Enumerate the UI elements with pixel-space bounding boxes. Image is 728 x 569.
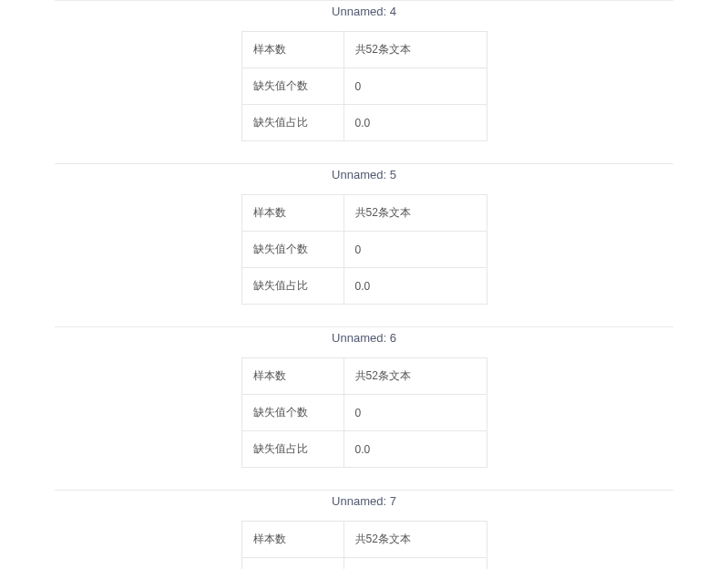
table-row: 样本数 共52条文本 (241, 195, 487, 232)
table-row: 缺失值占比 0.0 (241, 431, 487, 468)
stat-value: 0 (343, 232, 487, 268)
stat-value: 0 (343, 68, 487, 105)
table-row: 样本数 共52条文本 (241, 358, 487, 395)
stat-label: 缺失值占比 (241, 268, 343, 305)
stat-value: 共52条文本 (343, 195, 487, 232)
section-title: Unnamed: 7 (55, 491, 673, 521)
stat-value: 共52条文本 (343, 32, 487, 68)
section-body: 样本数 共52条文本 缺失值个数 0 缺失值占比 0.0 (55, 357, 673, 482)
stat-label: 样本数 (241, 32, 343, 68)
table-row: 样本数 共52条文本 (241, 522, 487, 558)
stat-label: 缺失值个数 (241, 558, 343, 570)
stat-label: 缺失值个数 (241, 68, 343, 105)
stat-label: 样本数 (241, 195, 343, 232)
stat-value: 0.0 (343, 268, 487, 305)
stat-label: 缺失值占比 (241, 105, 343, 141)
section-body: 样本数 共52条文本 缺失值个数 0 缺失值占比 0.0 (55, 31, 673, 156)
table-row: 缺失值占比 0.0 (241, 105, 487, 141)
stat-value: 0 (343, 558, 487, 570)
stat-label: 缺失值个数 (241, 395, 343, 431)
section-title: Unnamed: 6 (55, 327, 673, 357)
table-row: 缺失值个数 0 (241, 395, 487, 431)
stat-value: 0 (343, 395, 487, 431)
stats-table: 样本数 共52条文本 缺失值个数 0 缺失值占比 0.0 (241, 357, 487, 468)
stats-table: 样本数 共52条文本 缺失值个数 0 缺失值占比 0.0 (241, 521, 487, 569)
table-row: 样本数 共52条文本 (241, 32, 487, 68)
stat-value: 0.0 (343, 105, 487, 141)
section-body: 样本数 共52条文本 缺失值个数 0 缺失值占比 0.0 (55, 521, 673, 569)
stats-table: 样本数 共52条文本 缺失值个数 0 缺失值占比 0.0 (241, 194, 487, 305)
stat-label: 样本数 (241, 522, 343, 558)
stats-table: 样本数 共52条文本 缺失值个数 0 缺失值占比 0.0 (241, 31, 487, 141)
section-title: Unnamed: 4 (55, 1, 673, 31)
stat-label: 缺失值个数 (241, 232, 343, 268)
table-row: 缺失值个数 0 (241, 232, 487, 268)
table-row: 缺失值个数 0 (241, 558, 487, 570)
stat-value: 0.0 (343, 431, 487, 468)
report-container: Unnamed: 4 样本数 共52条文本 缺失值个数 0 缺失值占比 0.0 … (55, 0, 673, 569)
stat-label: 缺失值占比 (241, 431, 343, 468)
section-body: 样本数 共52条文本 缺失值个数 0 缺失值占比 0.0 (55, 194, 673, 319)
stat-value: 共52条文本 (343, 522, 487, 558)
stat-value: 共52条文本 (343, 358, 487, 395)
stat-label: 样本数 (241, 358, 343, 395)
table-row: 缺失值占比 0.0 (241, 268, 487, 305)
table-row: 缺失值个数 0 (241, 68, 487, 105)
section-title: Unnamed: 5 (55, 164, 673, 194)
